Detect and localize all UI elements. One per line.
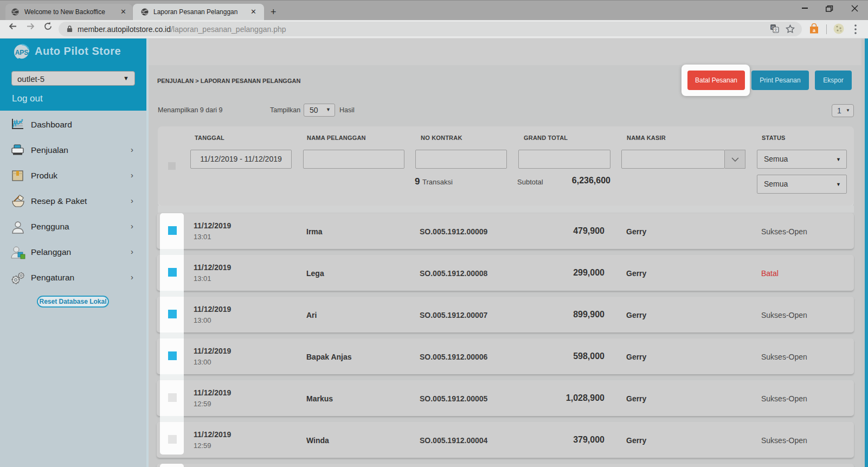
svg-text:文: 文 [774,28,778,32]
svg-text:APS: APS [15,49,29,56]
